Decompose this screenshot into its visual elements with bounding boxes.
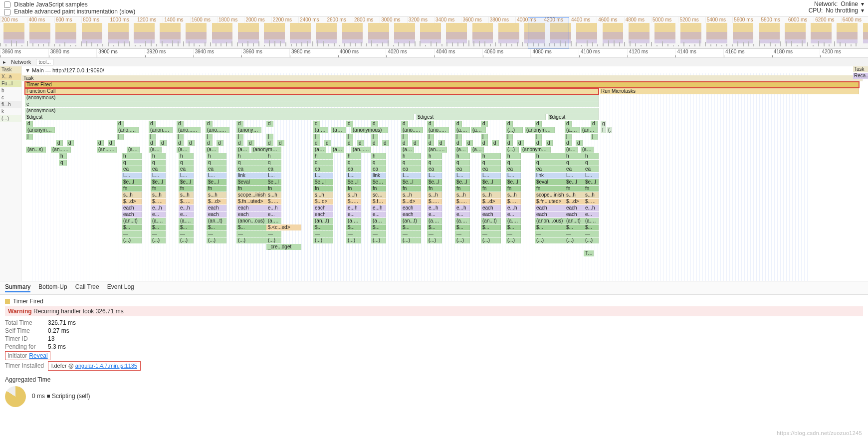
flame-segment[interactable]: (anonymous)	[351, 127, 388, 133]
flame-segment[interactable]: (...)	[565, 237, 585, 243]
flame-segment[interactable]: fn	[122, 186, 142, 192]
flame-segment[interactable]: (a...s)	[313, 127, 328, 133]
flame-segment[interactable]: $...	[207, 224, 226, 230]
flame-segment[interactable]: $...d>	[427, 199, 442, 205]
flame-segment[interactable]: s...h	[455, 192, 470, 198]
flame-segment[interactable]: h	[427, 153, 442, 159]
flame-segment[interactable]: h	[151, 153, 166, 159]
flame-segment[interactable]: $e...l	[151, 179, 166, 185]
flame-segment[interactable]: (...)	[401, 237, 421, 243]
flame-segment[interactable]: (...)	[151, 237, 166, 243]
flame-segment[interactable]: $...	[346, 224, 361, 230]
flame-segment[interactable]: $e...l	[346, 179, 361, 185]
flame-segment[interactable]: fn	[427, 186, 442, 192]
flame-segment[interactable]: L...	[207, 173, 226, 179]
flame-segment[interactable]: q	[565, 160, 585, 166]
flame-segment[interactable]: link	[371, 173, 386, 179]
flame-segment[interactable]: fn	[371, 186, 386, 192]
flame-segment[interactable]: q	[266, 160, 281, 166]
flame-segment[interactable]: $...	[122, 224, 142, 230]
flame-segment[interactable]: d	[277, 140, 284, 146]
flame-segment[interactable]: (ano...us)	[206, 127, 229, 133]
flame-segment[interactable]: j	[149, 134, 156, 140]
flame-segment[interactable]: j	[565, 134, 572, 140]
flame-segment[interactable]: —	[346, 231, 361, 237]
flame-segment[interactable]: j	[177, 134, 184, 140]
flame-segment[interactable]: $...	[313, 224, 333, 230]
flame-segment[interactable]: L...	[565, 173, 585, 179]
flame-segment[interactable]: q	[179, 160, 194, 166]
flame-segment[interactable]: q	[481, 160, 501, 166]
flame-segment[interactable]: $...d>	[313, 199, 333, 205]
flame-segment[interactable]: e...h	[346, 205, 361, 211]
flame-segment[interactable]: ea	[371, 166, 386, 172]
flame-segment[interactable]: s...h	[122, 192, 142, 198]
flame-segment[interactable]: d	[149, 121, 156, 127]
flame-segment[interactable]: $e...l	[506, 179, 521, 185]
flame-segment[interactable]: j	[117, 134, 124, 140]
flame-segment[interactable]: d	[455, 140, 462, 146]
network-track-header[interactable]: ▸ Network tool...	[0, 58, 868, 66]
flame-segment[interactable]: ea	[506, 166, 521, 172]
flame-segment[interactable]: d	[455, 121, 462, 127]
flame-segment[interactable]: d	[591, 121, 598, 127]
flame-segment[interactable]: L...	[401, 173, 421, 179]
flame-segment[interactable]: s...h	[565, 192, 585, 198]
flame-segment[interactable]: q	[427, 160, 442, 166]
tab-summary[interactable]: Summary	[5, 283, 30, 292]
flame-segment[interactable]: (...)	[179, 237, 194, 243]
flame-segment[interactable]: $...d>	[584, 199, 599, 205]
flame-segment[interactable]: Task	[22, 75, 863, 81]
flame-segment[interactable]: d	[266, 121, 273, 127]
flame-segment[interactable]: (anonymous)	[25, 108, 599, 114]
flame-segment[interactable]: ea	[346, 166, 361, 172]
flame-segment[interactable]: d	[346, 140, 353, 146]
flame-segment[interactable]: ea	[151, 166, 166, 172]
flame-segment[interactable]: $...	[565, 224, 585, 230]
flame-segment[interactable]: (anon...us)	[149, 127, 173, 133]
flame-segment[interactable]: (an...t)	[313, 218, 333, 224]
flame-segment[interactable]: q	[584, 160, 599, 166]
flame-segment[interactable]: (ano...us)	[117, 127, 139, 133]
flame-segment[interactable]: (...)	[371, 237, 386, 243]
flame-segment[interactable]: h	[266, 153, 281, 159]
flame-segment[interactable]: ea	[565, 166, 585, 172]
flame-segment[interactable]: (a...st)	[346, 218, 361, 224]
flame-segment[interactable]: (anon...ous)	[371, 218, 386, 224]
flame-segment[interactable]: (a...st)	[151, 218, 166, 224]
flame-segment[interactable]: d	[177, 140, 184, 146]
chevron-down-icon[interactable]: ▾	[861, 0, 864, 7]
flame-segment[interactable]: $e...l	[313, 179, 333, 185]
flame-segment[interactable]: d	[266, 140, 273, 146]
flame-segment[interactable]: (a...st)	[584, 218, 599, 224]
chevron-down-icon[interactable]: ▾	[861, 7, 864, 14]
flame-segment[interactable]: (a...s)	[127, 147, 140, 153]
flame-segment[interactable]: each	[481, 212, 501, 218]
flame-segment[interactable]: j	[346, 134, 353, 140]
flame-segment[interactable]: $digest	[25, 114, 414, 120]
flame-segment[interactable]: j	[26, 134, 33, 140]
flame-segment[interactable]: each	[401, 212, 421, 218]
flame-segment[interactable]: d	[412, 140, 419, 146]
flame-segment[interactable]: e...	[427, 212, 442, 218]
flame-segment[interactable]: (a...st)	[506, 218, 521, 224]
flame-segment[interactable]: $...d>	[346, 199, 361, 205]
flame-segment[interactable]: d	[357, 140, 364, 146]
cpu-value[interactable]: No throttling	[826, 7, 858, 14]
flame-segment[interactable]: d	[576, 140, 583, 146]
flame-segment[interactable]: e...	[179, 212, 194, 218]
flame-segment[interactable]: (an...us)	[97, 147, 117, 153]
flame-segment[interactable]: each	[207, 212, 226, 218]
flame-segment[interactable]: $...d>	[506, 199, 521, 205]
flame-segment[interactable]: d	[401, 140, 408, 146]
flame-segment[interactable]: (...)	[122, 237, 142, 243]
flame-segment[interactable]: (anonymous)	[525, 127, 555, 133]
tab-call-tree[interactable]: Call Tree	[75, 283, 99, 292]
flame-segment[interactable]: (a...s)	[581, 147, 594, 153]
flame-segment[interactable]: (...)	[607, 127, 612, 133]
flame-segment[interactable]: (...)	[481, 237, 501, 243]
flame-segment[interactable]: fn	[584, 186, 599, 192]
flame-segment[interactable]: each	[401, 205, 421, 211]
flame-segment[interactable]: $...d>	[122, 199, 142, 205]
flame-segment[interactable]: d	[313, 121, 320, 127]
